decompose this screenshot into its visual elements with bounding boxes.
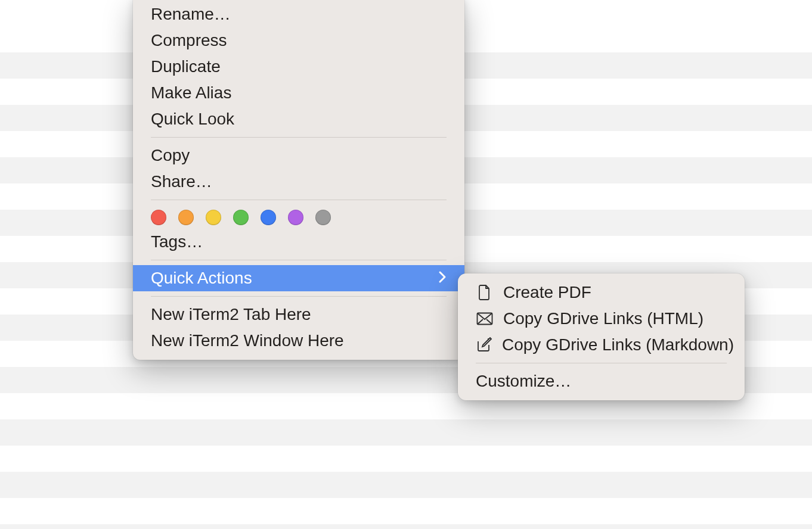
submenu-item-label: Customize… [476,372,571,391]
tag-color-green[interactable] [233,210,249,225]
menu-divider [151,137,447,138]
document-icon [476,284,494,301]
tag-color-red[interactable] [151,210,166,225]
menu-item-iterm-window[interactable]: New iTerm2 Window Here [133,328,464,354]
menu-divider [476,363,727,363]
tag-color-orange[interactable] [178,210,194,225]
menu-item-compress[interactable]: Compress [133,27,464,54]
menu-item-quick-look[interactable]: Quick Look [133,106,464,132]
menu-item-label: Duplicate [151,57,221,76]
submenu-item-label: Copy GDrive Links (HTML) [503,309,703,328]
menu-item-iterm-tab[interactable]: New iTerm2 Tab Here [133,301,464,328]
submenu-item-copy-gdrive-md[interactable]: Copy GDrive Links (Markdown) [458,332,745,358]
submenu-item-create-pdf[interactable]: Create PDF [458,279,745,306]
menu-item-tags[interactable]: Tags… [133,229,464,255]
menu-item-share[interactable]: Share… [133,169,464,195]
menu-item-make-alias[interactable]: Make Alias [133,80,464,106]
tag-color-yellow[interactable] [206,210,221,225]
menu-item-label: Share… [151,172,212,191]
submenu-item-customize[interactable]: Customize… [458,368,745,394]
menu-item-label: Tags… [151,232,203,251]
menu-item-label: New iTerm2 Window Here [151,331,344,350]
tag-color-purple[interactable] [288,210,303,225]
envelope-icon [476,310,494,328]
menu-item-label: Quick Look [151,110,234,129]
compose-icon [476,336,492,354]
menu-item-duplicate[interactable]: Duplicate [133,54,464,80]
chevron-right-icon [438,269,447,288]
context-menu: Rename… Compress Duplicate Make Alias Qu… [133,0,464,360]
menu-item-label: Quick Actions [151,269,252,288]
menu-divider [151,200,447,200]
quick-actions-submenu: Create PDF Copy GDrive Links (HTML) Copy… [458,273,745,400]
tag-color-row [133,205,464,229]
tag-color-blue[interactable] [261,210,276,225]
tag-color-gray[interactable] [315,210,331,225]
submenu-item-label: Copy GDrive Links (Markdown) [502,335,734,354]
submenu-item-label: Create PDF [503,283,591,302]
menu-item-label: Copy [151,146,190,165]
menu-divider [151,260,447,260]
menu-item-copy[interactable]: Copy [133,142,464,169]
menu-item-label: Rename… [151,5,231,24]
submenu-item-copy-gdrive-html[interactable]: Copy GDrive Links (HTML) [458,306,745,332]
menu-item-label: Compress [151,31,227,50]
menu-item-quick-actions[interactable]: Quick Actions [133,265,464,291]
menu-item-rename[interactable]: Rename… [133,1,464,27]
menu-divider [151,296,447,297]
menu-item-label: New iTerm2 Tab Here [151,305,311,324]
menu-item-label: Make Alias [151,83,231,102]
